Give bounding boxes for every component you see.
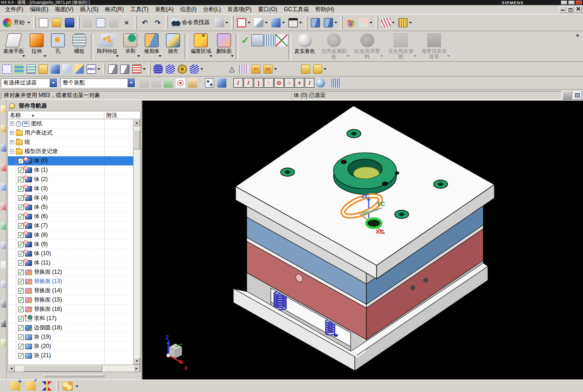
feature-checkbox[interactable] [18,316,24,321]
孔-button[interactable]: 孔 [47,32,69,61]
resource-strip-icon[interactable] [1,320,6,327]
feature-checkbox[interactable] [18,186,24,192]
resource-strip-icon[interactable] [1,105,6,113]
mdi-restore-button[interactable] [567,6,574,13]
tree-item-7[interactable]: 体 (3) [8,184,133,193]
feature-checkbox[interactable] [18,232,24,238]
chevron-down-icon[interactable] [143,68,146,71]
work-part-button[interactable] [216,77,228,89]
feature-checkbox[interactable] [18,205,24,210]
toolbar-grip[interactable] [77,16,80,29]
snap-intersection-button[interactable]: ↑ [264,78,274,88]
tree-group-3[interactable]: −模型历史记录 [8,147,133,156]
tree-item-12[interactable]: 体 (8) [8,231,133,240]
chevron-down-icon[interactable] [44,55,46,58]
wcs-origin-ball[interactable] [366,218,381,228]
role-palette-button[interactable] [344,17,357,29]
layer-category-button[interactable] [25,63,37,75]
光亮金属刷色-button[interactable]: 光亮金属刷色 [317,32,351,61]
feature-checkbox[interactable] [18,158,24,164]
chevron-down-icon[interactable] [392,22,395,25]
tree-item-10[interactable]: 体 (6) [8,212,133,221]
triangle-symbol-button[interactable]: △ [226,63,238,75]
feature-checkbox[interactable] [18,288,24,294]
resource-strip-icon[interactable] [1,339,6,347]
resource-strip-icon[interactable] [1,203,6,210]
scroll-right-icon[interactable]: ► [133,365,140,372]
tree-item-11[interactable]: 体 (7) [8,221,133,231]
move-component-button[interactable] [174,77,186,89]
show-only-button[interactable] [204,77,216,89]
copy-button[interactable] [94,17,107,29]
point-set-folder-button[interactable]: ++ [250,63,262,75]
feature-checkbox[interactable] [18,325,24,331]
redo-button[interactable]: ↷ [151,17,164,29]
snap-point-on-curve-button[interactable]: / [305,78,314,88]
tree-horizontal-scrollbar[interactable]: ◄ ► [7,365,141,372]
constraints-button[interactable] [379,17,397,29]
wave-link-button[interactable] [150,77,162,89]
chevron-down-icon[interactable] [200,68,203,71]
chevron-down-icon[interactable] [27,22,30,25]
annotation-note-button[interactable] [37,63,49,75]
expand-icon[interactable]: + [10,131,14,135]
delete-spring-button[interactable] [188,63,205,75]
tree-item-25[interactable]: 块 (21) [8,351,133,360]
bolt-head[interactable] [347,129,361,138]
tree-item-24[interactable]: 块 (20) [8,342,133,351]
chevron-down-icon[interactable] [76,386,78,389]
chevron-down-icon[interactable] [282,22,285,25]
tree-item-5[interactable]: 体 (1) [8,166,133,175]
snap-mid-point-button[interactable]: / [243,78,253,88]
splitter-handle[interactable] [44,374,104,377]
draft-analysis-button[interactable] [107,63,119,75]
tree-item-22[interactable]: 边倒圆 (18) [8,323,133,333]
menu-item-0[interactable]: 文件(F) [2,5,26,14]
start-button[interactable]: 开始 [1,17,32,29]
status-extra-button[interactable] [563,91,572,100]
mdi-close-button[interactable] [575,6,582,13]
paste-button[interactable] [107,17,120,29]
overflow-chevron-icon[interactable]: » [576,32,579,39]
chevron-down-icon[interactable] [334,22,337,25]
chevron-down-icon[interactable] [97,68,100,71]
chevron-down-icon[interactable] [210,55,212,58]
hd3d-tools-button[interactable] [131,63,147,75]
feature-checkbox[interactable] [18,214,24,219]
window-next-button[interactable] [322,17,339,29]
bolt-head[interactable] [281,168,295,176]
feature-checkbox[interactable] [18,270,24,275]
menu-item-3[interactable]: 插入(S) [77,5,102,14]
resource-strip-icon[interactable] [1,300,6,308]
navigator-splitter[interactable] [6,372,141,379]
simple-interference-button[interactable] [73,63,85,75]
chevron-down-icon[interactable] [447,55,450,58]
examine-geometry-button[interactable] [49,63,61,75]
feature-checkbox[interactable] [18,307,24,312]
menu-item-11[interactable]: GC工具箱 [281,5,312,14]
visualization-button[interactable] [213,17,230,29]
tree-group-0[interactable]: +图纸 [8,119,133,129]
spring-design-button[interactable] [164,63,176,75]
toolbar-grip[interactable] [376,16,378,29]
resource-strip-icon[interactable] [1,164,6,171]
tree-item-15[interactable]: 体 (11) [8,258,133,268]
chevron-down-icon[interactable] [380,55,383,58]
overflow-chevron-icon[interactable]: » [202,32,205,39]
select-bound-button[interactable] [1,63,13,75]
chevron-down-icon[interactable] [274,68,277,71]
chevron-down-icon[interactable] [128,79,135,87]
delete-button[interactable]: × [120,17,133,29]
snap-existing-point-button[interactable]: + [295,78,304,88]
save-button[interactable] [63,17,76,29]
selection-scope-dropdown[interactable]: 整个装配 [60,78,135,88]
feature-checkbox[interactable] [18,195,24,201]
verify-check-button[interactable]: ✓ [239,34,251,46]
column-header-note[interactable]: 附注 [104,111,140,119]
feature-checkbox[interactable] [18,177,24,182]
chevron-down-icon[interactable] [409,22,412,25]
deviation-check-button[interactable] [61,63,73,75]
menu-item-5[interactable]: 工具(T) [127,5,152,14]
resource-strip-icon[interactable] [1,281,6,288]
cut-button[interactable] [81,17,94,29]
